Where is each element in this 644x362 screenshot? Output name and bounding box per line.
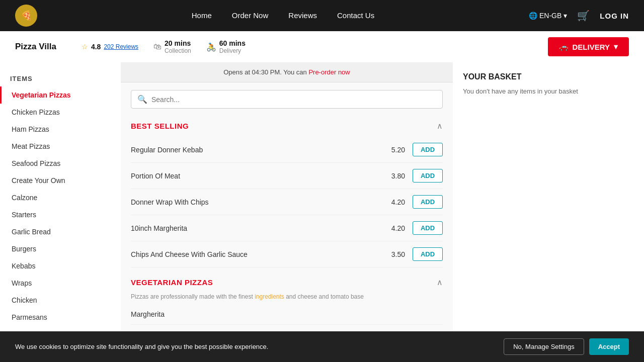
- sidebar-item-chicken-pizzas[interactable]: Chicken Pizzas: [0, 104, 121, 121]
- basket-panel: YOUR BASKET You don't have any items in …: [453, 62, 644, 362]
- open-notice: Opens at 04:30 PM. You can Pre-order now: [121, 62, 453, 82]
- cookie-manage-button[interactable]: No, Manage Settings: [504, 338, 584, 355]
- bag-icon: 🛍: [153, 42, 162, 51]
- rating-value: 4.8: [91, 43, 101, 51]
- open-notice-text: Opens at 04:30 PM. You can: [223, 68, 307, 76]
- item-name-0: Regular Donner Kebab: [131, 146, 387, 154]
- add-button-2[interactable]: ADD: [413, 195, 443, 209]
- basket-empty-text: You don't have any items in your basket: [463, 87, 634, 95]
- menu-item: Chips And Cheese With Garlic Sauce 3.50 …: [131, 241, 443, 267]
- sidebar-item-meat-pizzas[interactable]: Meat Pizzas: [0, 138, 121, 155]
- sidebar: ITEMS Vegetarian PizzasChicken PizzasHam…: [0, 62, 121, 362]
- cookie-accept-button[interactable]: Accept: [589, 338, 629, 355]
- delivery-toggle-button[interactable]: 🚗 DELIVERY ▾: [548, 37, 629, 56]
- login-button[interactable]: LOG IN: [600, 12, 629, 20]
- delivery-info: 🚴 60 mins Delivery: [206, 39, 246, 54]
- item-name-4: Chips And Cheese With Garlic Sauce: [131, 250, 387, 258]
- star-icon: ☆: [82, 43, 88, 51]
- add-button-0[interactable]: ADD: [413, 143, 443, 156]
- item-name-1: Portion Of Meat: [131, 172, 387, 180]
- globe-icon: 🌐: [529, 12, 537, 20]
- best-selling-chevron[interactable]: ∧: [437, 121, 443, 131]
- item-price-4: 3.50: [387, 250, 405, 258]
- item-price-0: 5.20: [387, 146, 405, 154]
- sidebar-item-chicken[interactable]: Chicken: [0, 292, 121, 309]
- logo[interactable]: 🍕: [15, 5, 37, 27]
- vegetarian-section: VEGETARIAN PIZZAS ∧ Pizzas are professio…: [121, 273, 453, 330]
- cookie-text: We use cookies to optimize site function…: [15, 343, 504, 350]
- menu-item: Portion Of Meat 3.80 ADD: [131, 163, 443, 189]
- basket-title: YOUR BASKET: [463, 72, 634, 81]
- item-name-2: Donner Wrap With Chips: [131, 198, 387, 206]
- cart-icon[interactable]: 🛒: [577, 10, 590, 22]
- collection-label: Collection: [165, 47, 191, 54]
- menu-item: Donner Wrap With Chips 4.20 ADD: [131, 189, 443, 215]
- sidebar-item-starters[interactable]: Starters: [0, 206, 121, 223]
- item-price-1: 3.80: [387, 172, 405, 180]
- delivery-icon: 🚴: [206, 42, 216, 52]
- add-button-3[interactable]: ADD: [413, 221, 443, 235]
- subheader: Pizza Villa ☆ 4.8 202 Reviews 🛍 20 mins …: [0, 31, 644, 62]
- vegetarian-title: VEGETARIAN PIZZAS: [131, 278, 213, 287]
- delivery-btn-label: DELIVERY: [573, 43, 610, 51]
- margherita-name: Margherita: [131, 310, 443, 318]
- best-selling-title: BEST SELLING: [131, 122, 189, 130]
- desc-highlight: ingredients: [255, 293, 284, 300]
- desc-end: and cheese and tomato base: [284, 293, 364, 300]
- add-button-4[interactable]: ADD: [413, 247, 443, 261]
- sidebar-item-calzone[interactable]: Calzone: [0, 189, 121, 206]
- nav-right: 🌐 EN-GB ▾ 🛒 LOG IN: [529, 10, 629, 22]
- sidebar-title: ITEMS: [0, 70, 121, 86]
- collection-info: 🛍 20 mins Collection: [153, 39, 191, 54]
- nav-contact[interactable]: Contact Us: [337, 11, 374, 20]
- sidebar-item-garlic-bread[interactable]: Garlic Bread: [0, 223, 121, 240]
- preorder-link[interactable]: Pre-order now: [308, 68, 350, 76]
- desc-start: Pizzas are professionally made with the …: [131, 293, 255, 300]
- menu-item: 10inch Margherita 4.20 ADD: [131, 215, 443, 241]
- add-button-1[interactable]: ADD: [413, 169, 443, 183]
- vegetarian-chevron[interactable]: ∧: [437, 278, 443, 287]
- search-input[interactable]: [151, 96, 436, 104]
- vegetarian-desc: Pizzas are professionally made with the …: [131, 293, 443, 300]
- sidebar-item-burgers[interactable]: Burgers: [0, 240, 121, 257]
- sidebar-item-kebabs[interactable]: Kebabs: [0, 257, 121, 275]
- collection-time: 20 mins: [165, 39, 191, 47]
- sidebar-item-parmesans[interactable]: Parmesans: [0, 309, 121, 326]
- nav-home[interactable]: Home: [192, 11, 212, 20]
- menu-item: Regular Donner Kebab 5.20 ADD: [131, 137, 443, 163]
- delivery-time: 60 mins: [219, 39, 246, 47]
- vegetarian-header: VEGETARIAN PIZZAS ∧: [131, 278, 443, 287]
- nav-links: Home Order Now Reviews Contact Us: [37, 11, 529, 20]
- cookie-bar: We use cookies to optimize site function…: [0, 331, 644, 362]
- delivery-btn-icon: 🚗: [559, 42, 569, 51]
- nav-order[interactable]: Order Now: [232, 11, 269, 20]
- best-selling-header: BEST SELLING ∧: [131, 121, 443, 131]
- main-layout: ITEMS Vegetarian PizzasChicken PizzasHam…: [0, 62, 644, 362]
- restaurant-name: Pizza Villa: [15, 42, 56, 52]
- best-selling-section: BEST SELLING ∧ Regular Donner Kebab 5.20…: [121, 116, 453, 273]
- item-price-3: 4.20: [387, 224, 405, 232]
- cookie-buttons: No, Manage Settings Accept: [504, 338, 629, 355]
- sidebar-item-seafood-pizzas[interactable]: Seafood Pizzas: [0, 155, 121, 172]
- vegetarian-first-item: Margherita: [131, 304, 443, 325]
- nav-reviews[interactable]: Reviews: [288, 11, 317, 20]
- sidebar-item-vegetarian-pizzas[interactable]: Vegetarian Pizzas: [0, 86, 121, 104]
- delivery-chevron-icon: ▾: [614, 42, 618, 51]
- navbar: 🍕 Home Order Now Reviews Contact Us 🌐 EN…: [0, 0, 644, 31]
- sidebar-item-ham-pizzas[interactable]: Ham Pizzas: [0, 121, 121, 138]
- sidebar-item-wraps[interactable]: Wraps: [0, 275, 121, 292]
- rating-info: ☆ 4.8 202 Reviews: [82, 43, 138, 51]
- chevron-down-icon: ▾: [564, 12, 567, 20]
- search-icon: 🔍: [137, 95, 147, 104]
- delivery-label: Delivery: [219, 47, 246, 54]
- language-selector[interactable]: 🌐 EN-GB ▾: [529, 12, 567, 20]
- reviews-link[interactable]: 202 Reviews: [104, 43, 138, 50]
- logo-icon: 🍕: [15, 5, 37, 27]
- item-price-2: 4.20: [387, 198, 405, 206]
- center-panel: Opens at 04:30 PM. You can Pre-order now…: [121, 62, 453, 362]
- search-bar: 🔍: [131, 90, 443, 109]
- sidebar-item-create-your-own[interactable]: Create Your Own: [0, 172, 121, 189]
- item-name-3: 10inch Margherita: [131, 224, 387, 232]
